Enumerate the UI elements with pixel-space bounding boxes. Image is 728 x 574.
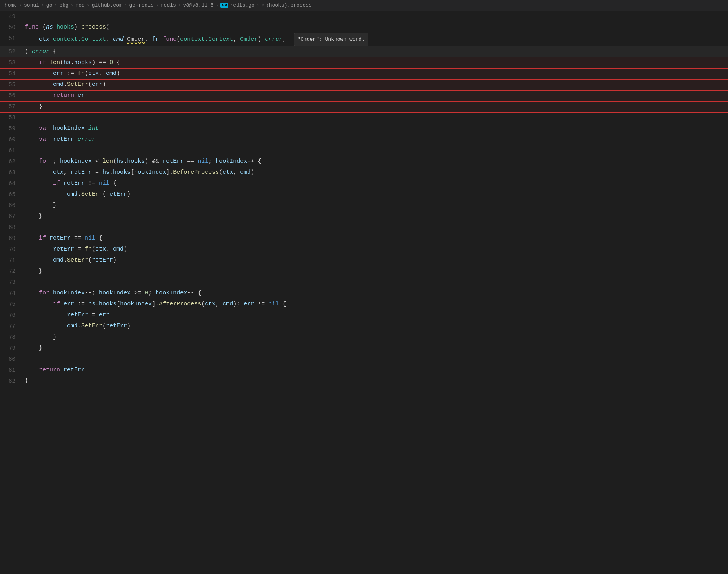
line-number-65: 65 [0, 189, 22, 200]
code-line-69: 69 if retErr == nil { [0, 233, 728, 244]
code-line-82: 82 } [0, 376, 728, 387]
code-line-70: 70 retErr = fn(ctx, cmd) [0, 244, 728, 255]
line-content-66: } [22, 200, 728, 211]
breadcrumb-item-version[interactable]: v8@v8.11.5 [183, 2, 214, 8]
line-number-72: 72 [0, 266, 22, 277]
code-line-75: 75 if err := hs.hooks[hookIndex].AfterPr… [0, 299, 728, 310]
code-line-61: 61 [0, 145, 728, 156]
line-content-71: cmd.SetErr(retErr) [22, 255, 728, 266]
line-content-81: return retErr [22, 365, 728, 376]
line-content-70: retErr = fn(ctx, cmd) [22, 244, 728, 255]
code-line-54: 54 err := fn(ctx, cmd) [0, 68, 728, 79]
line-number-71: 71 [0, 255, 22, 266]
breadcrumb: home › sonui › go › pkg › mod › github.c… [0, 0, 728, 11]
line-number-74: 74 [0, 288, 22, 299]
code-line-60: 60 var retErr error [0, 134, 728, 145]
breadcrumb-item-sonui[interactable]: sonui [24, 2, 39, 8]
line-content-72: } [22, 266, 728, 277]
breadcrumb-item-mod[interactable]: mod [76, 2, 85, 8]
code-line-76: 76 retErr = err [0, 310, 728, 321]
line-content-52: ) error { [22, 46, 728, 57]
function-icon: ⊕ [262, 2, 264, 8]
line-content-74: for hookIndex--; hookIndex >= 0; hookInd… [22, 288, 728, 299]
line-number-59: 59 [0, 123, 22, 134]
code-line-73: 73 [0, 277, 728, 288]
breadcrumb-item-func[interactable]: (hooks).process [266, 2, 312, 8]
line-number-78: 78 [0, 332, 22, 343]
breadcrumb-item-pkg[interactable]: pkg [59, 2, 68, 8]
line-number-81: 81 [0, 365, 22, 376]
line-number-80: 80 [0, 354, 22, 365]
line-number-60: 60 [0, 134, 22, 145]
code-line-59: 59 var hookIndex int [0, 123, 728, 134]
breadcrumb-item-redis[interactable]: redis [161, 2, 176, 8]
line-number-61: 61 [0, 145, 22, 156]
line-number-76: 76 [0, 310, 22, 321]
breadcrumb-item-githubcom[interactable]: github.com [92, 2, 122, 8]
line-content-65: cmd.SetErr(retErr) [22, 189, 728, 200]
code-line-64: 64 if retErr != nil { [0, 178, 728, 189]
line-content-50: func (hs hooks) process( [22, 22, 728, 33]
code-line-67: 67 } [0, 211, 728, 222]
code-line-74: 74 for hookIndex--; hookIndex >= 0; hook… [0, 288, 728, 299]
code-line-52: 52 ) error { [0, 46, 728, 57]
breadcrumb-item-goredis[interactable]: go-redis [129, 2, 154, 8]
code-line-65: 65 cmd.SetErr(retErr) [0, 189, 728, 200]
line-number-49: 49 [0, 11, 22, 22]
line-content-60: var retErr error [22, 134, 728, 145]
line-number-82: 82 [0, 376, 22, 387]
line-number-68: 68 [0, 222, 22, 233]
go-badge: GO [220, 3, 228, 8]
line-content-77: cmd.SetErr(retErr) [22, 321, 728, 332]
line-content-64: if retErr != nil { [22, 178, 728, 189]
line-number-69: 69 [0, 233, 22, 244]
code-line-79: 79 } [0, 343, 728, 354]
code-line-62: 62 for ; hookIndex < len(hs.hooks) && re… [0, 156, 728, 167]
breadcrumb-item-home[interactable]: home [5, 2, 17, 8]
line-number-75: 75 [0, 299, 22, 310]
line-content-69: if retErr == nil { [22, 233, 728, 244]
line-content-76: retErr = err [22, 310, 728, 321]
line-content-62: for ; hookIndex < len(hs.hooks) && retEr… [22, 156, 728, 167]
breadcrumb-item-file[interactable]: redis.go [230, 2, 254, 8]
line-content-67: } [22, 211, 728, 222]
code-line-55: 55 cmd.SetErr(err) [0, 79, 728, 90]
line-number-79: 79 [0, 343, 22, 354]
line-content-82: } [22, 376, 728, 387]
line-content-79: } [22, 343, 728, 354]
code-line-57: 57 } [0, 101, 728, 112]
line-content-63: ctx, retErr = hs.hooks[hookIndex].Before… [22, 167, 728, 178]
code-line-77: 77 cmd.SetErr(retErr) [0, 321, 728, 332]
line-number-64: 64 [0, 178, 22, 189]
code-line-66: 66 } [0, 200, 728, 211]
line-number-55: 55 [0, 79, 22, 90]
line-number-50: 50 [0, 22, 22, 33]
line-number-58: 58 [0, 112, 22, 123]
code-line-71: 71 cmd.SetErr(retErr) [0, 255, 728, 266]
line-number-70: 70 [0, 244, 22, 255]
code-line-56: 56 return err [0, 90, 728, 101]
code-line-49: 49 [0, 11, 728, 22]
code-editor: 49 50 func (hs hooks) process( 51 ctx co… [0, 11, 728, 573]
line-content-51: ctx context.Context, cmd Cmder, fn func(… [22, 33, 728, 46]
line-content-59: var hookIndex int [22, 123, 728, 134]
line-number-66: 66 [0, 200, 22, 211]
code-line-58: 58 [0, 112, 728, 123]
line-content-54: err := fn(ctx, cmd) [22, 68, 728, 79]
breadcrumb-item-go[interactable]: go [46, 2, 53, 8]
line-number-53: 53 [0, 57, 22, 68]
code-line-53: 53 if len(hs.hooks) == 0 { [0, 57, 728, 68]
line-number-73: 73 [0, 277, 22, 288]
code-line-68: 68 [0, 222, 728, 233]
line-number-77: 77 [0, 321, 22, 332]
line-number-52: 52 [0, 46, 22, 57]
line-content-78: } [22, 332, 728, 343]
line-number-51: 51 [0, 33, 22, 44]
line-content-53: if len(hs.hooks) == 0 { [22, 57, 728, 68]
code-line-80: 80 [0, 354, 728, 365]
code-line-81: 81 return retErr [0, 365, 728, 376]
line-content-56: return err [22, 90, 728, 101]
line-number-54: 54 [0, 68, 22, 79]
code-line-63: 63 ctx, retErr = hs.hooks[hookIndex].Bef… [0, 167, 728, 178]
line-number-67: 67 [0, 211, 22, 222]
